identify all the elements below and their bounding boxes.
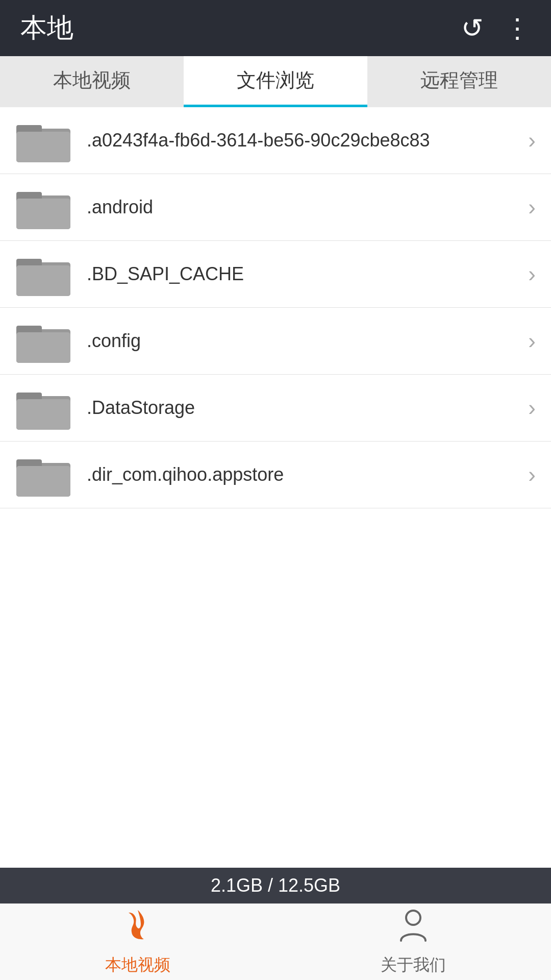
flame-icon xyxy=(122,908,153,950)
folder-icon xyxy=(15,318,71,364)
svg-rect-8 xyxy=(16,265,70,296)
file-name: .android xyxy=(87,197,523,218)
more-options-icon[interactable]: ⋮ xyxy=(504,13,531,43)
folder-icon xyxy=(15,385,71,431)
page-title: 本地 xyxy=(20,10,73,46)
list-item[interactable]: .DataStorage › xyxy=(0,375,551,442)
tab-bar: 本地视频 文件浏览 远程管理 xyxy=(0,56,551,107)
folder-icon xyxy=(15,184,71,230)
person-icon xyxy=(398,908,429,950)
tab-file-browser[interactable]: 文件浏览 xyxy=(184,56,367,107)
header-actions: ↺ ⋮ xyxy=(461,13,531,43)
folder-icon xyxy=(15,251,71,297)
nav-label-about-us: 关于我们 xyxy=(381,954,446,976)
refresh-icon[interactable]: ↺ xyxy=(461,13,484,43)
chevron-right-icon: › xyxy=(528,128,536,153)
list-item[interactable]: .config › xyxy=(0,308,551,375)
chevron-right-icon: › xyxy=(528,462,536,487)
nav-item-local-video[interactable]: 本地视频 xyxy=(105,908,170,976)
tab-remote-manage[interactable]: 远程管理 xyxy=(367,56,551,107)
file-list: .a0243f4a-fb6d-3614-be56-90c29cbe8c83 › … xyxy=(0,107,551,868)
chevron-right-icon: › xyxy=(528,261,536,287)
storage-text: 2.1GB / 12.5GB xyxy=(211,875,340,896)
svg-rect-14 xyxy=(16,399,70,430)
list-item[interactable]: .android › xyxy=(0,174,551,241)
storage-bar: 2.1GB / 12.5GB xyxy=(0,868,551,903)
header: 本地 ↺ ⋮ xyxy=(0,0,551,56)
svg-rect-11 xyxy=(16,332,70,363)
svg-point-18 xyxy=(406,911,420,925)
folder-icon xyxy=(15,452,71,498)
list-item[interactable]: .BD_SAPI_CACHE › xyxy=(0,241,551,308)
file-name: .BD_SAPI_CACHE xyxy=(87,263,523,285)
svg-rect-5 xyxy=(16,199,70,229)
svg-rect-17 xyxy=(16,466,70,497)
svg-rect-2 xyxy=(16,132,70,162)
folder-icon xyxy=(15,117,71,163)
chevron-right-icon: › xyxy=(528,194,536,220)
chevron-right-icon: › xyxy=(528,328,536,354)
nav-item-about-us[interactable]: 关于我们 xyxy=(381,908,446,976)
file-name: .dir_com.qihoo.appstore xyxy=(87,464,523,485)
file-name: .DataStorage xyxy=(87,397,523,419)
chevron-right-icon: › xyxy=(528,395,536,421)
list-item[interactable]: .dir_com.qihoo.appstore › xyxy=(0,442,551,508)
file-name: .config xyxy=(87,330,523,352)
nav-label-local-video: 本地视频 xyxy=(105,954,170,976)
file-name: .a0243f4a-fb6d-3614-be56-90c29cbe8c83 xyxy=(87,130,523,151)
list-item[interactable]: .a0243f4a-fb6d-3614-be56-90c29cbe8c83 › xyxy=(0,107,551,174)
tab-local-video[interactable]: 本地视频 xyxy=(0,56,184,107)
bottom-nav: 本地视频 关于我们 xyxy=(0,903,551,980)
